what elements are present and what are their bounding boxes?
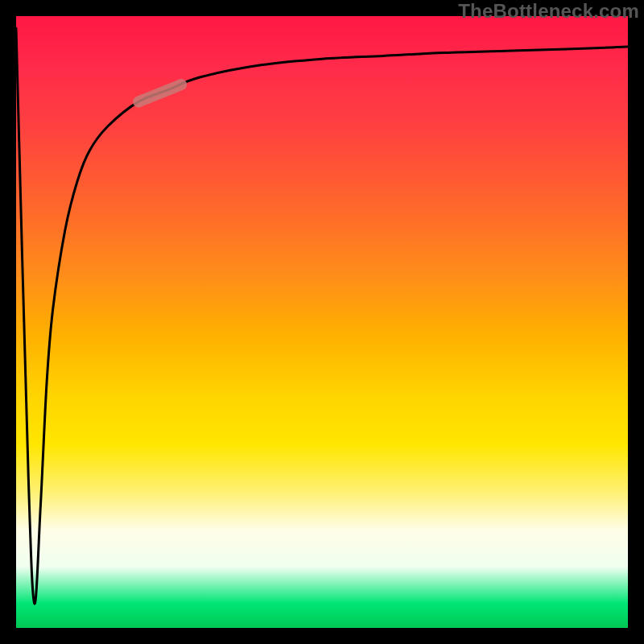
bottleneck-curve-highlight: [138, 85, 181, 101]
chart-plot-area: [16, 16, 628, 628]
watermark-text: TheBottleneck.com: [458, 0, 639, 23]
bottleneck-curve-path: [16, 28, 628, 604]
chart-frame: TheBottleneck.com: [0, 0, 644, 644]
chart-svg: [16, 16, 628, 628]
